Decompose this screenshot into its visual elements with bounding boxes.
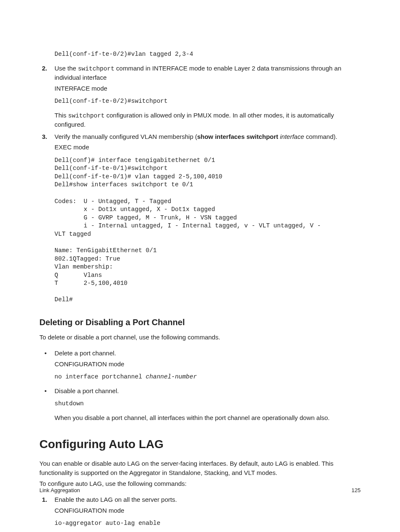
page-footer: Link Aggregation 125 — [39, 486, 361, 495]
document-page: Dell(conf-if-te-0/2)#vlan tagged 2,3-4 2… — [0, 0, 400, 532]
inline-code: switchport — [78, 65, 114, 72]
step-text: Verify the manually configured VLAN memb… — [55, 132, 361, 142]
section-heading-autolag: Configuring Auto LAG — [39, 436, 361, 453]
section-heading-delete: Deleting or Disabling a Port Channel — [39, 316, 361, 329]
step-text: Use the switchport command in INTERFACE … — [55, 64, 361, 83]
code-block: Dell(conf-if-te-0/2)#switchport — [55, 97, 361, 106]
mode-label: INTERFACE mode — [55, 84, 361, 94]
step-3: 3. Verify the manually configured VLAN m… — [39, 132, 361, 304]
text: This — [55, 112, 68, 119]
mode-label: CONFIGURATION mode — [55, 506, 361, 516]
code-block: Dell(conf)# interface tengigabitethernet… — [55, 156, 361, 304]
bullet-list-delete: Delete a port channel. CONFIGURATION mod… — [39, 349, 361, 422]
footer-left: Link Aggregation — [39, 486, 80, 495]
code-text: no interface portchannel — [55, 373, 146, 380]
steps-list-autolag: 1. Enable the auto LAG on all the server… — [39, 495, 361, 528]
italic-arg: interface — [280, 133, 304, 140]
section-intro: You can enable or disable auto LAG on th… — [39, 459, 361, 478]
text: Verify the manually configured VLAN memb… — [55, 133, 197, 140]
text: Use the — [55, 65, 78, 72]
code-block: shutdown — [55, 400, 361, 408]
code-block: no interface portchannel channel-number — [55, 373, 361, 381]
code-block: Dell(conf-if-te-0/2)#vlan tagged 2,3-4 — [55, 50, 361, 59]
mode-label: CONFIGURATION mode — [55, 360, 361, 369]
note-text: When you disable a port channel, all int… — [55, 413, 361, 423]
bullet-text: Disable a port channel. — [55, 386, 361, 396]
step-1: 1. Enable the auto LAG on all the server… — [39, 495, 361, 528]
bullet-item-disable: Disable a port channel. shutdown When yo… — [39, 386, 361, 423]
bullet-item-delete: Delete a port channel. CONFIGURATION mod… — [39, 349, 361, 381]
step-number: 2. — [42, 64, 47, 73]
code-italic-arg: channel-number — [146, 373, 197, 380]
footer-right: 125 — [351, 486, 361, 495]
mode-label: EXEC mode — [55, 143, 361, 152]
step-number: 3. — [42, 132, 47, 142]
steps-list-top: 2. Use the switchport command in INTERFA… — [39, 64, 361, 304]
bullet-text: Delete a port channel. — [55, 349, 361, 358]
section-intro: To delete or disable a port channel, use… — [39, 333, 361, 342]
inline-code: switchport — [68, 112, 105, 119]
step-text: Enable the auto LAG on all the server po… — [55, 495, 361, 505]
note-text: This switchport configuration is allowed… — [55, 111, 361, 130]
text: command). — [304, 133, 337, 140]
step-number: 1. — [42, 495, 47, 505]
code-block: io-aggregator auto-lag enable — [55, 519, 361, 528]
step-2: 2. Use the switchport command in INTERFA… — [39, 64, 361, 130]
bold-command: show interfaces switchport — [197, 133, 278, 140]
